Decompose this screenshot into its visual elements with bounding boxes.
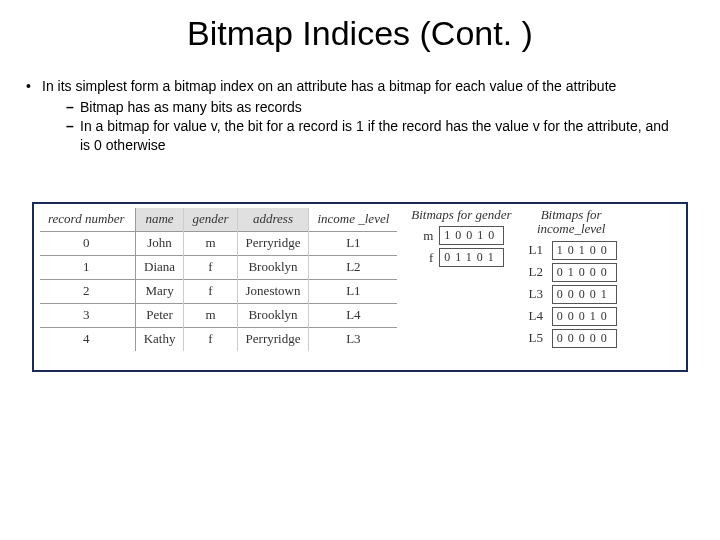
bitmap-bits: 00010 xyxy=(552,307,617,326)
bitmap-bits: 00001 xyxy=(552,285,617,304)
dash-marker: – xyxy=(60,98,80,117)
bmp-row: L500000 xyxy=(526,329,617,348)
sub-bullet: – In a bitmap for value v, the bit for a… xyxy=(60,117,680,155)
bitmap-bits: 00000 xyxy=(552,329,617,348)
bitmap-bits: 10010 xyxy=(439,226,504,245)
slide-title: Bitmap Indices (Cont. ) xyxy=(0,0,720,53)
dash-marker: – xyxy=(60,117,80,136)
table-row: 0JohnmPerryridgeL1 xyxy=(40,231,397,255)
bmp-row: L110100 xyxy=(526,241,617,260)
content-area: • In its simplest form a bitmap index on… xyxy=(0,53,720,155)
bitmap-income-block: Bitmaps for income_level L110100 L201000… xyxy=(526,208,617,351)
bmp-gender-title: Bitmaps for gender xyxy=(411,208,511,222)
bmp-row: L400010 xyxy=(526,307,617,326)
bmp-row: m10010 xyxy=(411,226,511,245)
table-row: 3PetermBrooklynL4 xyxy=(40,303,397,327)
bullet-marker: • xyxy=(24,77,42,96)
th-address: address xyxy=(237,208,309,231)
sub-text-1: In a bitmap for value v, the bit for a r… xyxy=(80,117,680,155)
th-gender: gender xyxy=(184,208,237,231)
bitmap-bits: 10100 xyxy=(552,241,617,260)
table-row: 4KathyfPerryridgeL3 xyxy=(40,327,397,350)
bullet-text: In its simplest form a bitmap index on a… xyxy=(42,78,616,94)
records-table: record number name gender address income… xyxy=(40,208,397,351)
figure-container: record number name gender address income… xyxy=(32,202,688,372)
th-income: income _level xyxy=(309,208,397,231)
th-name: name xyxy=(135,208,184,231)
bitmap-gender-block: Bitmaps for gender m10010 f01101 xyxy=(411,208,511,351)
table-row: 1DianafBrooklynL2 xyxy=(40,255,397,279)
bmp-row: L300001 xyxy=(526,285,617,304)
bitmap-bits: 01000 xyxy=(552,263,617,282)
sub-text-0: Bitmap has as many bits as records xyxy=(80,98,302,117)
sub-bullet: – Bitmap has as many bits as records xyxy=(60,98,680,117)
bitmap-bits: 01101 xyxy=(439,248,504,267)
bmp-row: L201000 xyxy=(526,263,617,282)
table-row: 2MaryfJonestownL1 xyxy=(40,279,397,303)
th-record: record number xyxy=(40,208,135,231)
bmp-row: f01101 xyxy=(411,248,511,267)
bullet-main: • In its simplest form a bitmap index on… xyxy=(24,77,680,155)
bmp-income-title: Bitmaps for income_level xyxy=(526,208,617,237)
